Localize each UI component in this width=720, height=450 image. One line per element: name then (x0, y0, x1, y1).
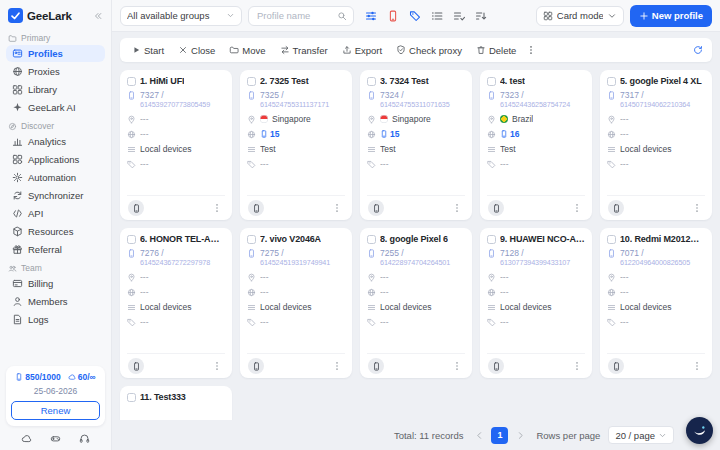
cloud-icon[interactable] (21, 433, 32, 444)
sidebar-item[interactable]: Referral (6, 241, 105, 258)
more-actions-button[interactable] (523, 42, 539, 58)
toolbar-action-button[interactable]: Export (335, 43, 389, 58)
card-more-button[interactable] (210, 201, 224, 215)
open-phone-button[interactable] (608, 200, 624, 216)
open-phone-button[interactable] (128, 200, 144, 216)
gamepad-icon[interactable] (50, 433, 61, 444)
sidebar-item[interactable]: Proxies (6, 63, 105, 80)
tags-row: --- (487, 317, 585, 327)
icon-button[interactable] (364, 9, 378, 23)
icon-button[interactable] (430, 9, 444, 23)
profile-title: 11. Test333 (140, 392, 186, 402)
serial-row: 7255 / 614228974704264501 (367, 248, 465, 267)
sidebar-item[interactable]: Billing (6, 275, 105, 292)
search-input[interactable] (255, 9, 337, 22)
tag-icon (367, 160, 376, 169)
refresh-button[interactable] (688, 42, 708, 58)
profile-checkbox[interactable] (127, 393, 136, 402)
sidebar-item[interactable]: Analytics (6, 133, 105, 150)
chevron-left-icon (475, 431, 484, 440)
next-page-button[interactable] (512, 427, 528, 443)
profile-checkbox[interactable] (127, 77, 136, 86)
open-phone-button[interactable] (488, 358, 504, 374)
profiles-icon (12, 48, 23, 59)
tags-row: --- (367, 317, 465, 327)
phone-icon (607, 249, 616, 258)
sidebar-item[interactable]: Resources (6, 223, 105, 240)
toolbar-action-button[interactable]: Move (222, 43, 272, 58)
icon-button[interactable] (474, 9, 488, 23)
serial-row: 7317 / 614507194062210364 (607, 90, 705, 109)
sidebar-item[interactable]: Library (6, 81, 105, 98)
open-phone-button[interactable] (368, 200, 384, 216)
phone-icon (15, 373, 23, 381)
proxy-text: --- (140, 287, 149, 297)
profile-checkbox[interactable] (607, 235, 616, 244)
card-more-button[interactable] (330, 359, 344, 373)
open-phone-button[interactable] (608, 358, 624, 374)
renew-button[interactable]: Renew (11, 401, 100, 420)
card-more-button[interactable] (690, 201, 704, 215)
open-phone-button[interactable] (128, 358, 144, 374)
sidebar-item[interactable]: Members (6, 293, 105, 310)
rows-per-page-select[interactable]: 20 / page (608, 426, 674, 444)
sidebar-item[interactable]: Logs (6, 311, 105, 328)
open-phone-button[interactable] (368, 358, 384, 374)
card-more-button[interactable] (570, 201, 584, 215)
profile-checkbox[interactable] (607, 77, 616, 86)
tags-text: --- (620, 317, 629, 327)
sidebar-item[interactable]: Profiles (6, 45, 105, 62)
profile-checkbox[interactable] (127, 235, 136, 244)
phone-icon (247, 91, 256, 100)
prev-page-button[interactable] (471, 427, 487, 443)
sidebar-item[interactable]: Synchronizer (6, 187, 105, 204)
sidebar-item[interactable]: GeeLark AI (6, 99, 105, 116)
collapse-sidebar-icon[interactable] (93, 11, 103, 21)
card-footer (247, 195, 345, 220)
profile-code: 7323 / (500, 90, 570, 100)
new-profile-button[interactable]: New profile (630, 5, 712, 27)
profile-checkbox[interactable] (367, 235, 376, 244)
card-more-button[interactable] (210, 359, 224, 373)
icon-button[interactable] (408, 9, 422, 23)
toolbar-action-button[interactable]: Delete (469, 43, 523, 58)
open-phone-button[interactable] (248, 358, 264, 374)
card-more-button[interactable] (330, 201, 344, 215)
support-widget[interactable] (686, 417, 713, 444)
location-pin-icon (127, 115, 136, 124)
toolbar-action-button[interactable]: Start (124, 43, 171, 58)
profile-checkbox[interactable] (367, 77, 376, 86)
toolbar-action-button[interactable]: Check proxy (389, 43, 469, 58)
icon-button[interactable] (386, 9, 400, 23)
profile-checkbox[interactable] (247, 235, 256, 244)
sidebar-item[interactable]: Applications (6, 151, 105, 168)
phone-icon (487, 91, 496, 100)
sidebar-item-label: API (28, 208, 43, 219)
card-mode-dropdown[interactable]: Card mode (536, 6, 624, 26)
phone-icon (252, 362, 261, 371)
card-more-button[interactable] (690, 359, 704, 373)
headset-icon[interactable] (79, 433, 90, 444)
phone-icon (492, 362, 501, 371)
open-phone-button[interactable] (248, 200, 264, 216)
current-page[interactable]: 1 (491, 427, 508, 444)
card-more-button[interactable] (570, 359, 584, 373)
tags-row: --- (127, 317, 225, 327)
open-phone-button[interactable] (488, 200, 504, 216)
toolbar-action-button[interactable]: Transfer (273, 43, 335, 58)
geelark-logo-icon (8, 8, 23, 23)
sidebar-section: Discover Analytics Applications (6, 121, 105, 258)
profile-checkbox[interactable] (247, 77, 256, 86)
serial-row: 7325 / 614524755311137171 (247, 90, 345, 109)
icon-button[interactable] (452, 9, 466, 23)
profile-checkbox[interactable] (487, 77, 496, 86)
tags-row: --- (487, 159, 585, 169)
sidebar-item[interactable]: Automation (6, 169, 105, 186)
tags-text: --- (140, 317, 149, 327)
groups-filter-dropdown[interactable]: All available groups (120, 6, 242, 26)
card-more-button[interactable] (450, 201, 464, 215)
card-more-button[interactable] (450, 359, 464, 373)
profile-checkbox[interactable] (487, 235, 496, 244)
toolbar-action-button[interactable]: Close (171, 43, 222, 58)
sidebar-item[interactable]: API (6, 205, 105, 222)
